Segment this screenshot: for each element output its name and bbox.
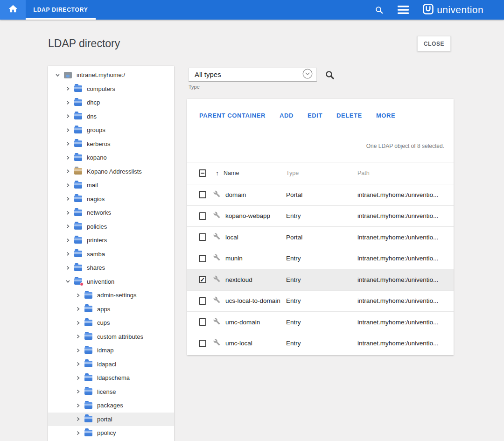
action-delete-button[interactable]: DELETE: [336, 112, 362, 119]
tree-item-license[interactable]: license: [48, 385, 174, 399]
tree-item-idmap[interactable]: idmap: [48, 343, 174, 357]
tree-item-custom-attributes[interactable]: custom attributes: [48, 330, 174, 344]
chevron-right-icon[interactable]: [75, 362, 81, 366]
tree-item-kopano-addresslists[interactable]: Kopano Addresslists: [48, 165, 174, 179]
chevron-right-icon[interactable]: [75, 334, 81, 339]
tree-item-label: networks: [87, 209, 111, 216]
chevron-right-icon[interactable]: [64, 266, 71, 270]
tree-item-label: shares: [87, 264, 105, 271]
tree-item-computers[interactable]: computers: [48, 82, 174, 96]
table-row-nextcloud[interactable]: nextcloud Entry intranet.myhome:/univent…: [187, 269, 454, 291]
chevron-right-icon[interactable]: [64, 238, 71, 243]
chevron-right-icon[interactable]: [75, 348, 81, 353]
chevron-down-circle-icon: [302, 69, 313, 81]
chevron-right-icon[interactable]: [75, 321, 81, 325]
row-checkbox[interactable]: [199, 255, 206, 262]
table-row-munin[interactable]: munin Entry intranet.myhome:/univentio..…: [187, 248, 454, 270]
chevron-right-icon[interactable]: [75, 307, 81, 311]
menu-icon[interactable]: [398, 6, 409, 14]
row-checkbox-cell: [187, 297, 213, 305]
action-more-button[interactable]: MORE: [376, 112, 395, 119]
tree-item-networks[interactable]: networks: [48, 206, 174, 220]
row-checkbox[interactable]: [199, 212, 206, 220]
tree-item-groups[interactable]: groups: [48, 123, 174, 137]
object-type-icon-cell: [213, 254, 225, 263]
table-row-local[interactable]: local Portal intranet.myhome:/univentio.…: [187, 227, 454, 248]
table-row-umc-domain[interactable]: umc-domain Entry intranet.myhome:/univen…: [187, 312, 454, 333]
tree-item-admin-settings[interactable]: admin-settings: [48, 288, 174, 302]
tree-item-dhcp[interactable]: dhcp: [48, 96, 174, 110]
tree-item-apps[interactable]: apps: [48, 302, 174, 316]
chevron-right-icon[interactable]: [64, 183, 71, 188]
chevron-right-icon[interactable]: [64, 252, 71, 256]
grid-toolbar: PARENT CONTAINERADDEDITDELETEMORE One LD…: [187, 99, 454, 162]
chevron-right-icon[interactable]: [64, 224, 71, 229]
tree-item-ppolicy[interactable]: ppolicy: [48, 426, 174, 440]
cell-name: nextcloud: [225, 276, 286, 283]
close-button[interactable]: CLOSE: [417, 36, 451, 51]
tree-item-printers[interactable]: printers: [48, 233, 174, 247]
chevron-right-icon[interactable]: [64, 169, 71, 174]
tree-item-shares[interactable]: shares: [48, 261, 174, 275]
folder-icon: [74, 99, 82, 106]
object-type-icon-cell: [213, 211, 225, 220]
cell-type: Entry: [286, 212, 357, 219]
chevron-right-icon[interactable]: [64, 114, 71, 119]
column-header-type[interactable]: Type: [286, 170, 357, 176]
chevron-right-icon[interactable]: [75, 376, 81, 380]
table-row-kopano-webapp[interactable]: kopano-webapp Entry intranet.myhome:/uni…: [187, 206, 454, 227]
tree-item-kopano[interactable]: kopano: [48, 151, 174, 165]
tree-item-mail[interactable]: mail: [48, 178, 174, 192]
tree-item-samba[interactable]: samba: [48, 247, 174, 261]
chevron-right-icon[interactable]: [64, 86, 71, 91]
chevron-right-icon[interactable]: [64, 155, 71, 160]
tree-item-cups[interactable]: cups: [48, 316, 174, 330]
action-add-button[interactable]: ADD: [280, 112, 294, 119]
tree-item-ldapacl[interactable]: ldapacl: [48, 357, 174, 371]
chevron-right-icon[interactable]: [64, 141, 71, 146]
row-checkbox[interactable]: [199, 191, 206, 198]
folder-icon: [84, 361, 92, 367]
chevron-right-icon[interactable]: [64, 100, 71, 105]
row-checkbox[interactable]: [199, 233, 206, 241]
tab-ldap-directory[interactable]: LDAP DIRECTORY: [26, 0, 96, 20]
search-button[interactable]: [325, 70, 335, 80]
tree-item-intranet-myhome-[interactable]: intranet.myhome:/: [48, 68, 174, 82]
chevron-right-icon[interactable]: [75, 293, 81, 298]
column-header-path[interactable]: Path: [357, 170, 454, 176]
column-header-name[interactable]: ↑ Name: [225, 169, 286, 177]
type-select[interactable]: All types: [189, 68, 317, 82]
search-icon[interactable]: [375, 6, 384, 14]
cell-type: Portal: [286, 234, 357, 241]
tree-item-label: policies: [87, 223, 107, 230]
table-row-ucs-local-to-domain[interactable]: ucs-local-to-domain Entry intranet.myhom…: [187, 291, 454, 312]
chevron-right-icon[interactable]: [75, 389, 81, 394]
select-all-checkbox[interactable]: [199, 169, 206, 177]
table-row-umc-local[interactable]: umc-local Entry intranet.myhome:/univent…: [187, 333, 454, 355]
table-row-domain[interactable]: domain Portal intranet.myhome:/univentio…: [187, 184, 454, 206]
home-button[interactable]: [0, 0, 26, 20]
tree-item-portal[interactable]: portal: [48, 413, 174, 427]
tree-item-policies[interactable]: policies: [48, 220, 174, 234]
chevron-right-icon[interactable]: [64, 128, 71, 133]
tree-item-dns[interactable]: dns: [48, 110, 174, 124]
action-edit-button[interactable]: EDIT: [308, 112, 322, 119]
chevron-right-icon[interactable]: [75, 431, 81, 435]
row-checkbox[interactable]: [199, 297, 206, 305]
chevron-right-icon[interactable]: [75, 417, 81, 421]
row-checkbox[interactable]: [199, 318, 206, 326]
chevron-down-icon[interactable]: [64, 279, 71, 284]
chevron-down-icon[interactable]: [54, 73, 61, 77]
tree-item-nagios[interactable]: nagios: [48, 192, 174, 206]
action-parent-container-button[interactable]: PARENT CONTAINER: [199, 112, 266, 119]
chevron-right-icon[interactable]: [64, 210, 71, 215]
chevron-right-icon[interactable]: [64, 196, 71, 201]
red-dot-badge: [80, 282, 84, 286]
tree-item-kerberos[interactable]: kerberos: [48, 137, 174, 151]
chevron-right-icon[interactable]: [75, 403, 81, 408]
tree-item-ldapschema[interactable]: ldapschema: [48, 371, 174, 385]
tree-item-packages[interactable]: packages: [48, 399, 174, 413]
row-checkbox[interactable]: [199, 276, 206, 283]
tree-item-univention[interactable]: univention: [48, 275, 174, 289]
row-checkbox[interactable]: [199, 340, 206, 347]
